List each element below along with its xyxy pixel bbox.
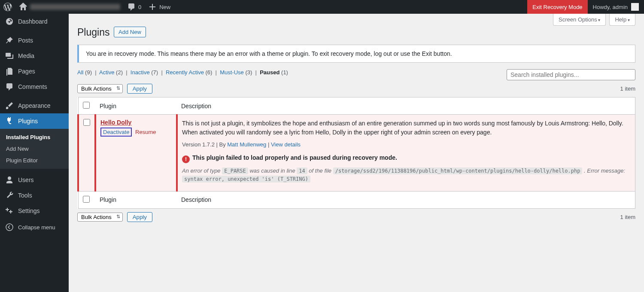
howdy-account[interactable]: Howdy, admin: [588, 0, 644, 14]
menu-settings[interactable]: Settings: [0, 203, 69, 219]
menu-media[interactable]: Media: [0, 48, 69, 64]
submenu-plugin-editor[interactable]: Plugin Editor: [0, 155, 69, 166]
apply-button-bottom[interactable]: Apply: [127, 212, 152, 222]
new-content[interactable]: New: [145, 0, 174, 14]
plugin-description: This is not just a plugin, it symbolizes…: [182, 119, 631, 137]
col-description: Description: [177, 97, 635, 115]
comments-icon: [5, 82, 14, 91]
bulk-action-select-bottom[interactable]: Bulk Actions: [77, 213, 123, 222]
select-plugin[interactable]: [83, 119, 90, 126]
author-link[interactable]: Matt Mullenweg: [227, 141, 266, 148]
bulk-action-select[interactable]: Bulk Actions: [77, 84, 123, 93]
deactivate-link[interactable]: Deactivate: [100, 128, 132, 137]
plug-icon: [5, 117, 14, 125]
filter-active[interactable]: Active: [99, 69, 114, 76]
plugins-submenu: Installed Plugins Add New Plugin Editor: [0, 129, 69, 169]
wrench-icon: [5, 191, 14, 200]
user-icon: [5, 176, 14, 184]
search-input[interactable]: [507, 69, 635, 80]
menu-plugins[interactable]: Plugins: [0, 113, 69, 129]
error-icon: !: [182, 155, 190, 163]
site-home[interactable]: [15, 0, 124, 14]
avatar: [631, 3, 639, 11]
submenu-installed-plugins[interactable]: Installed Plugins: [0, 131, 69, 143]
recovery-notice: You are in recovery mode. This means the…: [77, 45, 635, 63]
menu-pages[interactable]: Pages: [0, 64, 69, 79]
menu-dashboard[interactable]: Dashboard: [0, 14, 69, 29]
plugin-name-link[interactable]: Hello Dolly: [100, 119, 131, 126]
plugins-table: Plugin Description Hello Dolly Deactivat…: [77, 97, 635, 209]
filter-paused[interactable]: Paused: [260, 69, 279, 76]
home-icon: [19, 3, 27, 11]
plugin-meta: Version 1.7.2 | By Matt Mullenweg | View…: [182, 140, 631, 149]
filter-must-use[interactable]: Must-Use: [220, 69, 244, 76]
page-icon: [5, 67, 14, 76]
media-icon: [5, 52, 14, 60]
submenu-add-new[interactable]: Add New: [0, 143, 69, 155]
menu-tools[interactable]: Tools: [0, 188, 69, 203]
filter-links: All (9) | Active (2) | Inactive (7) | Re…: [77, 69, 288, 76]
plus-icon: [148, 3, 157, 11]
wp-logo[interactable]: [0, 0, 15, 14]
comments-count: 0: [138, 4, 141, 10]
collapse-icon: [5, 223, 14, 231]
sliders-icon: [5, 207, 14, 215]
filter-inactive[interactable]: Inactive: [131, 69, 150, 76]
plugin-error-message: !This plugin failed to load properly and…: [182, 153, 631, 163]
items-count: 1 item: [620, 85, 635, 92]
select-all-top[interactable]: [83, 102, 90, 109]
svg-point-0: [6, 224, 13, 231]
pin-icon: [5, 36, 14, 45]
admin-bar: 0 New Exit Recovery Mode Howdy, admin: [0, 0, 644, 14]
menu-users[interactable]: Users: [0, 172, 69, 188]
menu-comments[interactable]: Comments: [0, 79, 69, 94]
comments-link[interactable]: 0: [124, 0, 145, 14]
col-plugin-foot: Plugin: [95, 191, 177, 208]
plugin-row: Hello Dolly Deactivate Resume This is no…: [78, 115, 635, 192]
add-new-button[interactable]: Add New: [114, 27, 146, 37]
col-description-foot: Description: [177, 191, 635, 208]
dashboard-icon: [5, 17, 14, 26]
select-all-bottom[interactable]: [83, 196, 90, 203]
filter-recently-active[interactable]: Recently Active: [166, 69, 204, 76]
admin-sidebar: Dashboard Posts Media Pages Comments App…: [0, 14, 69, 292]
screen-options-button[interactable]: Screen Options: [553, 14, 606, 26]
menu-appearance[interactable]: Appearance: [0, 98, 69, 113]
exit-recovery-button[interactable]: Exit Recovery Mode: [527, 0, 587, 14]
menu-posts[interactable]: Posts: [0, 33, 69, 48]
apply-button[interactable]: Apply: [127, 84, 152, 94]
view-details-link[interactable]: View details: [271, 141, 301, 148]
main-content: Screen Options Help Plugins Add New You …: [69, 14, 644, 292]
help-button[interactable]: Help: [609, 14, 635, 26]
resume-link[interactable]: Resume: [135, 129, 156, 135]
comment-icon: [127, 3, 136, 11]
plugin-error-detail: An error of type E_PARSE was caused in l…: [182, 167, 631, 183]
new-label: New: [159, 4, 170, 10]
items-count-bottom: 1 item: [620, 214, 635, 220]
collapse-menu[interactable]: Collapse menu: [0, 219, 69, 236]
brush-icon: [5, 101, 14, 110]
site-name-blurred: [30, 4, 120, 10]
filter-all[interactable]: All: [77, 69, 83, 76]
wordpress-icon: [3, 3, 12, 11]
page-title: Plugins: [77, 27, 109, 38]
col-plugin: Plugin: [95, 97, 177, 115]
